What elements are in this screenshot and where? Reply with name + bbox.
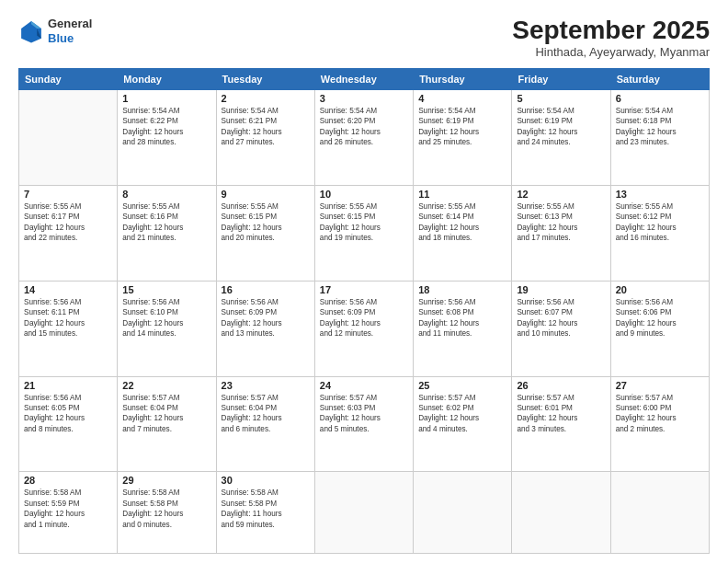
day-number: 2 <box>222 93 310 104</box>
calendar-week-2: 7Sunrise: 5:55 AM Sunset: 6:17 PM Daylig… <box>19 185 710 281</box>
calendar-cell: 8Sunrise: 5:55 AM Sunset: 6:16 PM Daylig… <box>118 185 216 281</box>
day-info: Sunrise: 5:57 AM Sunset: 6:02 PM Dayligh… <box>418 393 506 435</box>
calendar-week-4: 21Sunrise: 5:56 AM Sunset: 6:05 PM Dayli… <box>19 376 710 472</box>
day-info: Sunrise: 5:55 AM Sunset: 6:14 PM Dayligh… <box>418 201 506 244</box>
calendar-cell: 29Sunrise: 5:58 AM Sunset: 5:58 PM Dayli… <box>118 472 216 554</box>
calendar-cell: 13Sunrise: 5:55 AM Sunset: 6:12 PM Dayli… <box>610 185 709 281</box>
weekday-header-wednesday: Wednesday <box>314 68 413 89</box>
day-info: Sunrise: 5:54 AM Sunset: 6:21 PM Dayligh… <box>222 106 310 148</box>
day-info: Sunrise: 5:56 AM Sunset: 6:08 PM Dayligh… <box>418 297 506 339</box>
header: General Blue September 2025 Hinthada, Ay… <box>18 17 710 59</box>
calendar-cell: 27Sunrise: 5:57 AM Sunset: 6:00 PM Dayli… <box>610 376 709 472</box>
calendar-cell: 19Sunrise: 5:56 AM Sunset: 6:07 PM Dayli… <box>512 281 610 376</box>
logo-blue: Blue <box>48 31 92 46</box>
calendar-cell <box>414 472 512 554</box>
day-number: 16 <box>222 284 310 295</box>
day-info: Sunrise: 5:56 AM Sunset: 6:07 PM Dayligh… <box>517 297 605 339</box>
day-info: Sunrise: 5:58 AM Sunset: 5:58 PM Dayligh… <box>222 488 310 530</box>
calendar-cell: 26Sunrise: 5:57 AM Sunset: 6:01 PM Dayli… <box>512 376 610 472</box>
day-number: 4 <box>418 93 506 104</box>
calendar-week-5: 28Sunrise: 5:58 AM Sunset: 5:59 PM Dayli… <box>19 472 710 554</box>
day-number: 23 <box>222 380 310 391</box>
day-info: Sunrise: 5:54 AM Sunset: 6:18 PM Dayligh… <box>616 106 704 148</box>
day-info: Sunrise: 5:55 AM Sunset: 6:17 PM Dayligh… <box>24 201 112 244</box>
day-info: Sunrise: 5:57 AM Sunset: 6:04 PM Dayligh… <box>222 393 310 435</box>
calendar-cell <box>610 472 709 554</box>
weekday-header-row: SundayMondayTuesdayWednesdayThursdayFrid… <box>19 68 710 89</box>
day-number: 6 <box>616 93 704 104</box>
page: General Blue September 2025 Hinthada, Ay… <box>0 0 728 563</box>
calendar-cell: 28Sunrise: 5:58 AM Sunset: 5:59 PM Dayli… <box>19 472 118 554</box>
logo-text: General Blue <box>48 17 92 45</box>
day-number: 15 <box>122 284 210 295</box>
calendar-cell: 2Sunrise: 5:54 AM Sunset: 6:21 PM Daylig… <box>216 89 314 185</box>
day-number: 12 <box>517 189 605 200</box>
title-block: September 2025 Hinthada, Ayeyarwady, Mya… <box>512 17 710 59</box>
calendar-cell: 12Sunrise: 5:55 AM Sunset: 6:13 PM Dayli… <box>512 185 610 281</box>
day-info: Sunrise: 5:55 AM Sunset: 6:15 PM Dayligh… <box>222 201 310 244</box>
day-number: 21 <box>24 380 112 391</box>
day-info: Sunrise: 5:56 AM Sunset: 6:09 PM Dayligh… <box>222 297 310 339</box>
day-number: 1 <box>122 93 210 104</box>
day-number: 25 <box>418 380 506 391</box>
calendar-week-3: 14Sunrise: 5:56 AM Sunset: 6:11 PM Dayli… <box>19 281 710 376</box>
day-number: 7 <box>24 189 112 200</box>
calendar-cell: 7Sunrise: 5:55 AM Sunset: 6:17 PM Daylig… <box>19 185 118 281</box>
weekday-header-sunday: Sunday <box>19 68 118 89</box>
day-info: Sunrise: 5:54 AM Sunset: 6:19 PM Dayligh… <box>418 106 506 148</box>
weekday-header-saturday: Saturday <box>610 68 709 89</box>
calendar-cell: 14Sunrise: 5:56 AM Sunset: 6:11 PM Dayli… <box>19 281 118 376</box>
day-number: 17 <box>320 284 408 295</box>
day-number: 30 <box>222 475 310 486</box>
day-info: Sunrise: 5:55 AM Sunset: 6:13 PM Dayligh… <box>517 201 605 244</box>
day-number: 18 <box>418 284 506 295</box>
day-number: 27 <box>616 380 704 391</box>
day-info: Sunrise: 5:56 AM Sunset: 6:11 PM Dayligh… <box>24 297 112 339</box>
day-info: Sunrise: 5:55 AM Sunset: 6:12 PM Dayligh… <box>616 201 704 244</box>
day-number: 19 <box>517 284 605 295</box>
calendar-cell: 9Sunrise: 5:55 AM Sunset: 6:15 PM Daylig… <box>216 185 314 281</box>
day-number: 20 <box>616 284 704 295</box>
day-number: 9 <box>222 189 310 200</box>
day-number: 28 <box>24 475 112 486</box>
day-number: 10 <box>320 189 408 200</box>
calendar-cell: 22Sunrise: 5:57 AM Sunset: 6:04 PM Dayli… <box>118 376 216 472</box>
logo: General Blue <box>18 17 92 45</box>
day-info: Sunrise: 5:54 AM Sunset: 6:22 PM Dayligh… <box>122 106 210 148</box>
calendar-cell: 17Sunrise: 5:56 AM Sunset: 6:09 PM Dayli… <box>314 281 413 376</box>
day-number: 24 <box>320 380 408 391</box>
logo-general: General <box>48 17 92 31</box>
day-number: 11 <box>418 189 506 200</box>
day-info: Sunrise: 5:58 AM Sunset: 5:59 PM Dayligh… <box>24 488 112 530</box>
logo-icon <box>18 18 44 44</box>
calendar-cell: 16Sunrise: 5:56 AM Sunset: 6:09 PM Dayli… <box>216 281 314 376</box>
day-number: 29 <box>122 475 210 486</box>
calendar-table: SundayMondayTuesdayWednesdayThursdayFrid… <box>18 68 710 554</box>
day-number: 26 <box>517 380 605 391</box>
day-number: 13 <box>616 189 704 200</box>
weekday-header-friday: Friday <box>512 68 610 89</box>
calendar-cell: 30Sunrise: 5:58 AM Sunset: 5:58 PM Dayli… <box>216 472 314 554</box>
day-info: Sunrise: 5:55 AM Sunset: 6:16 PM Dayligh… <box>122 201 210 244</box>
day-number: 14 <box>24 284 112 295</box>
day-info: Sunrise: 5:58 AM Sunset: 5:58 PM Dayligh… <box>122 488 210 530</box>
month-title: September 2025 <box>512 17 710 45</box>
calendar-cell: 25Sunrise: 5:57 AM Sunset: 6:02 PM Dayli… <box>414 376 512 472</box>
day-info: Sunrise: 5:57 AM Sunset: 6:01 PM Dayligh… <box>517 393 605 435</box>
calendar-cell: 24Sunrise: 5:57 AM Sunset: 6:03 PM Dayli… <box>314 376 413 472</box>
calendar-cell: 11Sunrise: 5:55 AM Sunset: 6:14 PM Dayli… <box>414 185 512 281</box>
weekday-header-tuesday: Tuesday <box>216 68 314 89</box>
day-number: 8 <box>122 189 210 200</box>
calendar-cell <box>314 472 413 554</box>
calendar-cell: 23Sunrise: 5:57 AM Sunset: 6:04 PM Dayli… <box>216 376 314 472</box>
day-number: 3 <box>320 93 408 104</box>
location-subtitle: Hinthada, Ayeyarwady, Myanmar <box>512 45 710 59</box>
day-info: Sunrise: 5:56 AM Sunset: 6:06 PM Dayligh… <box>616 297 704 339</box>
day-info: Sunrise: 5:54 AM Sunset: 6:19 PM Dayligh… <box>517 106 605 148</box>
calendar-cell <box>19 89 118 185</box>
day-number: 22 <box>122 380 210 391</box>
calendar-cell: 18Sunrise: 5:56 AM Sunset: 6:08 PM Dayli… <box>414 281 512 376</box>
calendar-week-1: 1Sunrise: 5:54 AM Sunset: 6:22 PM Daylig… <box>19 89 710 185</box>
day-info: Sunrise: 5:56 AM Sunset: 6:09 PM Dayligh… <box>320 297 408 339</box>
calendar-cell: 4Sunrise: 5:54 AM Sunset: 6:19 PM Daylig… <box>414 89 512 185</box>
